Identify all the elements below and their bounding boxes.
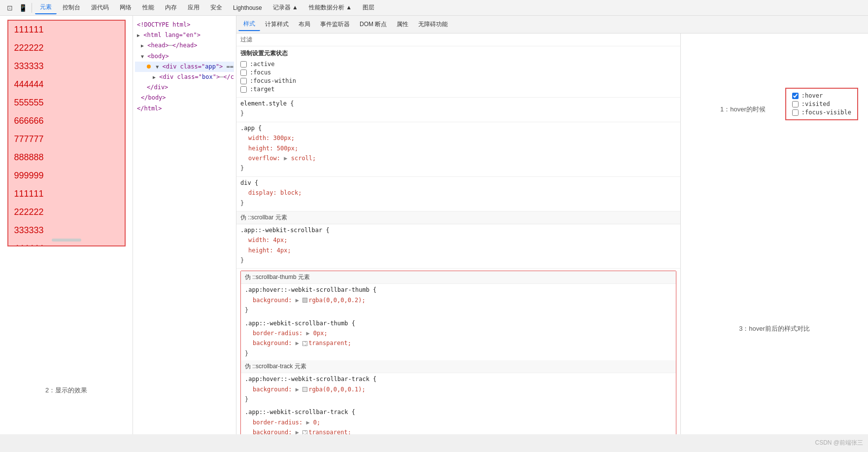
css-block-div: div { display: block; } [236, 177, 680, 211]
preview-item-8: 888888 [8, 148, 125, 167]
css-block-app: .app { width: 300px; height: 500px; over… [236, 122, 680, 177]
css-selector-element-style: element.style { [240, 100, 294, 107]
state-target-row: :target [240, 86, 296, 93]
dom-tag-div-box: <div class="box"> [159, 73, 220, 80]
subtab-accessibility[interactable]: 无障碍功能 [413, 18, 453, 31]
tab-layers[interactable]: 图层 [358, 1, 379, 14]
highlighted-block: 伪 ::scrollbar-thumb 元素 .app:hover::-webk… [240, 271, 676, 434]
tab-memory[interactable]: 内存 [160, 1, 182, 14]
dom-line-body-close: </body> [135, 93, 234, 103]
css-prop-width: width: 300px; [240, 133, 676, 143]
css-prop-scrollbar-width: width: 4px; [240, 235, 676, 245]
swatch-track-hover[interactable] [302, 387, 307, 392]
dom-tag-doctype: <!DOCTYPE html> [137, 21, 190, 28]
css-prop-scrollbar-height: height: 4px; [240, 245, 676, 255]
preview-item-3: 333333 [8, 57, 125, 75]
preview-item-6: 666666 [8, 112, 125, 130]
css-prop-thumb-border-radius: border-radius: ▶ 0px; [245, 328, 672, 338]
annotation-2: 2：显示的效果 [45, 386, 87, 395]
dom-tag-div-app: <div class="app"> [163, 63, 223, 70]
state-focus-checkbox[interactable] [240, 70, 247, 76]
dom-panel: <!DOCTYPE html> ▶ <html lang="en"> ▶ <he… [133, 16, 236, 434]
pseudo-scrollbar-thumb-header: 伪 ::scrollbar-thumb 元素 [241, 271, 676, 284]
annotation-1: 1：hover的时候 [720, 105, 766, 114]
dom-line-div-box[interactable]: ▶ <div class="box">⋯</c [135, 72, 234, 82]
right-annotations: 1：hover的时候 :hover :visited :focus-visibl… [681, 34, 868, 434]
styles-container: 样式 计算样式 布局 事件监听器 DOM 断点 属性 无障碍功能 过滤 强制设置… [236, 16, 868, 434]
state-focus-label: :focus [250, 69, 271, 76]
scrollbar-indicator [52, 239, 81, 242]
focus-visible-label: :focus-visible [801, 109, 851, 116]
pseudo-scrollbar-track-header: 伪 ::scrollbar-track 元素 [241, 360, 676, 373]
tab-application[interactable]: 应用 [183, 1, 204, 14]
focus-visible-checkbox[interactable] [792, 109, 799, 116]
subtab-layout[interactable]: 布局 [294, 18, 315, 31]
force-state-rows: :active :focus :focus-within [240, 61, 676, 94]
subtab-styles[interactable]: 样式 [238, 18, 260, 31]
css-brace-div-close: } [240, 198, 676, 208]
preview-item-5: 555555 [8, 94, 125, 112]
device-icon[interactable]: 📱 [17, 2, 29, 14]
css-prop-height: height: 500px; [240, 143, 676, 153]
state-focus-row: :focus [240, 69, 296, 76]
inspect-icon[interactable]: ⊡ [4, 2, 16, 14]
tab-network[interactable]: 网络 [115, 1, 136, 14]
css-block-thumb-hover: .app:hover::-webkit-scrollbar-thumb { ba… [241, 284, 676, 317]
subtab-properties[interactable]: 属性 [392, 18, 413, 31]
css-selector-div: div { [240, 179, 258, 186]
hover-state-visited-row: :visited [792, 101, 851, 107]
dom-tag-div-close: </div> [147, 84, 168, 91]
tab-console[interactable]: 控制台 [58, 1, 85, 14]
css-block-scrollbar: .app::-webkit-scrollbar { width: 4px; he… [236, 224, 680, 269]
dom-line-body: ▼ <body> [135, 51, 234, 62]
preview-item-1: 111111 [8, 21, 125, 39]
dom-line-div-app[interactable]: ▼ <div class="app"> == $0 [135, 62, 234, 72]
preview-item-11: 222222 [8, 203, 125, 221]
css-prop-track-hover-bg: background: ▶ rgba(0,0,0,0.1); [245, 384, 672, 394]
css-brace-thumb-hover: } [245, 305, 672, 315]
preview-panel: 111111 222222 333333 444444 555555 66666… [0, 16, 133, 434]
tab-perf-insights[interactable]: 性能数据分析 ▲ [304, 1, 357, 14]
swatch-thumb-hover[interactable] [302, 298, 307, 303]
swatch-thumb-transparent[interactable] [302, 341, 307, 346]
visited-checkbox[interactable] [792, 101, 799, 107]
css-brace-scrollbar-close: } [240, 255, 676, 265]
css-selector-thumb-base: .app::-webkit-scrollbar-thumb { [245, 320, 355, 327]
force-state-left: :active :focus :focus-within [240, 61, 296, 94]
styles-body: 过滤 强制设置元素状态 :active :focus [236, 34, 868, 434]
force-state-title: 强制设置元素状态 [240, 49, 676, 58]
state-target-checkbox[interactable] [240, 86, 247, 93]
preview-box: 111111 222222 333333 444444 555555 66666… [7, 20, 126, 246]
subtab-computed[interactable]: 计算样式 [260, 18, 294, 31]
hover-checkbox[interactable] [792, 93, 799, 99]
preview-item-9: 999999 [8, 167, 125, 185]
tab-sources[interactable]: 源代码 [86, 1, 114, 14]
css-prop-track-bg: background: ▶ transparent; [245, 427, 672, 434]
css-brace-close: } [240, 108, 676, 118]
css-prop-display: display: block; [240, 188, 676, 198]
css-brace-thumb-base: } [245, 348, 672, 358]
hover-state-box: :hover :visited :focus-visible [785, 88, 858, 120]
filter-label: 过滤 [240, 36, 252, 43]
dom-line-html-close: </html> [135, 104, 234, 114]
swatch-track-transparent[interactable] [302, 430, 307, 434]
state-active-checkbox[interactable] [240, 61, 247, 68]
styles-panel: 过滤 强制设置元素状态 :active :focus [236, 34, 681, 434]
state-active-row: :active [240, 61, 296, 68]
tab-performance[interactable]: 性能 [137, 1, 159, 14]
dom-tag-head-close: </head> [172, 42, 198, 49]
css-brace-track-hover: } [245, 394, 672, 404]
tab-security[interactable]: 安全 [205, 1, 227, 14]
subtab-event-listeners[interactable]: 事件监听器 [315, 18, 355, 31]
tab-recorder[interactable]: 记录器 ▲ [268, 1, 303, 14]
state-focus-within-checkbox[interactable] [240, 78, 247, 84]
state-target-label: :target [250, 86, 275, 93]
dom-line-div-close: </div> [135, 82, 234, 93]
css-prop-thumb-hover-bg: background: ▶ rgba(0,0,0,0.2); [245, 295, 672, 305]
subtab-dom-breakpoints[interactable]: DOM 断点 [355, 18, 392, 31]
annotation-3: 3：hover前后的样式对比 [739, 324, 810, 333]
tab-lighthouse[interactable]: Lighthouse [228, 2, 267, 13]
tab-elements[interactable]: 元素 [35, 1, 57, 14]
css-block-track-hover: .app:hover::-webkit-scrollbar-track { ba… [241, 373, 676, 406]
dom-tag-body-close: </body> [141, 94, 166, 101]
